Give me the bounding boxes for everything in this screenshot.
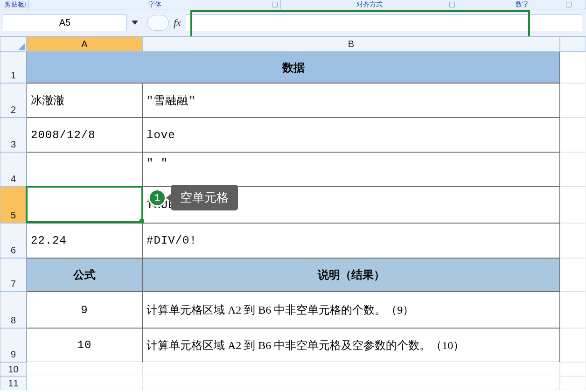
row-header-3[interactable]: 3 bbox=[0, 118, 27, 152]
name-box[interactable]: A5 bbox=[3, 14, 127, 31]
row-header-7[interactable]: 7 bbox=[0, 258, 27, 292]
cell-b2[interactable]: "雪融融" bbox=[142, 83, 560, 118]
formula-bar: A5 fx bbox=[0, 9, 586, 36]
cell-b11[interactable] bbox=[142, 376, 560, 390]
cell-b3[interactable]: love bbox=[142, 118, 560, 152]
row-header-9[interactable]: 9 bbox=[0, 328, 27, 362]
col-header-a[interactable]: A bbox=[27, 36, 142, 52]
cell-a7[interactable]: 公式 bbox=[27, 258, 142, 292]
cell-a9[interactable]: 10 bbox=[27, 328, 142, 362]
cell-c4[interactable] bbox=[560, 152, 586, 187]
cell-b9[interactable]: 计算单元格区域 A2 到 B6 中非空单元格及空参数的个数。（10） bbox=[142, 328, 560, 362]
cell-b4[interactable]: " " bbox=[142, 152, 560, 187]
row-header-5[interactable]: 5 bbox=[0, 187, 27, 223]
cell-c2[interactable] bbox=[560, 83, 586, 118]
cell-c8[interactable] bbox=[560, 292, 586, 328]
ribbon-group-labels: 剪贴板 字体 对齐方式 数字 bbox=[0, 0, 586, 9]
cell-b10[interactable] bbox=[142, 362, 560, 376]
ribbon-group-number[interactable]: 数字 bbox=[458, 0, 586, 9]
ribbon-group-font[interactable]: 字体 bbox=[29, 0, 281, 9]
cell-c10[interactable] bbox=[560, 362, 586, 376]
row-header-11[interactable]: 11 bbox=[0, 376, 27, 390]
name-box-value: A5 bbox=[59, 17, 70, 28]
annotation-badge: 1 bbox=[148, 189, 166, 207]
annotation-callout: 1 空单元格 bbox=[148, 185, 238, 210]
formula-input[interactable] bbox=[186, 14, 582, 31]
select-all-corner[interactable] bbox=[0, 36, 27, 52]
cell-a10[interactable] bbox=[27, 362, 142, 376]
spreadsheet-grid: A B 1 数据 2 冰澈澈 "雪融融" 3 2008/12/8 love 4 … bbox=[0, 36, 586, 390]
cell-a5[interactable] bbox=[27, 187, 142, 223]
ribbon-group-clipboard[interactable]: 剪贴板 bbox=[0, 0, 29, 9]
annotation-tooltip: 空单元格 bbox=[171, 185, 238, 210]
row-header-8[interactable]: 8 bbox=[0, 292, 27, 328]
cell-a8[interactable]: 9 bbox=[27, 292, 142, 328]
cell-c11[interactable] bbox=[560, 376, 586, 390]
fx-icon[interactable]: fx bbox=[169, 17, 186, 29]
cell-a6[interactable]: 22.24 bbox=[27, 223, 142, 258]
row-header-6[interactable]: 6 bbox=[0, 223, 27, 258]
name-box-dropdown-icon[interactable] bbox=[132, 21, 138, 25]
ribbon-group-alignment[interactable]: 对齐方式 bbox=[281, 0, 458, 9]
col-header-b[interactable]: B bbox=[142, 36, 560, 52]
cell-c6[interactable] bbox=[560, 223, 586, 258]
cell-b6[interactable]: #DIV/0! bbox=[142, 223, 560, 258]
cell-c3[interactable] bbox=[560, 118, 586, 152]
row-header-1[interactable]: 1 bbox=[0, 52, 27, 83]
cell-b8[interactable]: 计算单元格区域 A2 到 B6 中非空单元格的个数。（9） bbox=[142, 292, 560, 328]
row-header-2[interactable]: 2 bbox=[0, 83, 27, 118]
cell-a4[interactable] bbox=[27, 152, 142, 187]
cell-c9[interactable] bbox=[560, 328, 586, 362]
cell-c5[interactable] bbox=[560, 187, 586, 223]
cell-a11[interactable] bbox=[27, 376, 142, 390]
cell-a3[interactable]: 2008/12/8 bbox=[27, 118, 142, 152]
cell-b7[interactable]: 说明（结果） bbox=[142, 258, 560, 292]
row-header-10[interactable]: 10 bbox=[0, 362, 27, 376]
cell-a2[interactable]: 冰澈澈 bbox=[27, 83, 142, 118]
row-header-4[interactable]: 4 bbox=[0, 152, 27, 187]
cell-c1[interactable] bbox=[560, 52, 586, 83]
cell-c7[interactable] bbox=[560, 258, 586, 292]
cell-a1-b1-merged[interactable]: 数据 bbox=[27, 52, 560, 83]
cancel-formula-button[interactable] bbox=[147, 15, 169, 31]
col-header-c[interactable] bbox=[560, 36, 586, 52]
